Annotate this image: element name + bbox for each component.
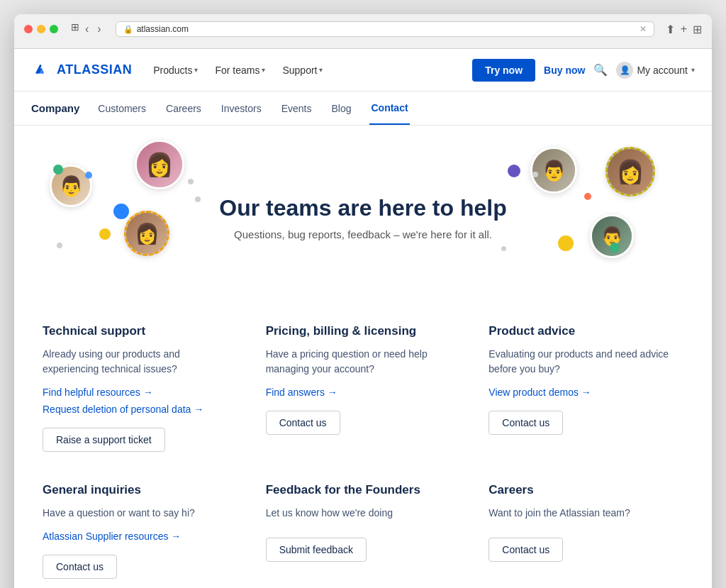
browser-window: ⊞ ‹ › 🔒 atlassian.com ✕ ⬆ + ⊞ ATLASSIAN <box>14 14 712 588</box>
feedback-founders-card: Feedback for the Founders Let us know ho… <box>266 476 461 586</box>
raise-ticket-button[interactable]: Raise a support ticket <box>43 428 165 452</box>
careers-desc: Want to join the Atlassian team? <box>488 506 683 521</box>
general-inquiries-desc: Have a question or want to say hi? <box>43 506 238 521</box>
pricing-contact-button[interactable]: Contact us <box>266 411 340 435</box>
lock-icon: 🔒 <box>123 25 133 34</box>
find-answers-link[interactable]: Find answers → <box>266 387 461 398</box>
dot-gray-5 <box>501 246 506 251</box>
product-advice-card: Product advice Evaluating our products a… <box>488 317 683 459</box>
dot-blue-1 <box>113 204 129 219</box>
avatar-6: 👨 <box>590 214 634 258</box>
dot-teal-1 <box>610 243 620 253</box>
dot-purple-1 <box>508 165 520 177</box>
try-now-button[interactable]: Try now <box>472 59 535 82</box>
minimize-button[interactable] <box>37 25 45 33</box>
atlassian-logo-icon <box>31 60 51 80</box>
feedback-founders-title: Feedback for the Founders <box>266 483 461 497</box>
careers-title: Careers <box>488 483 683 497</box>
nav-actions: Try now Buy now 🔍 👤 My account ▾ <box>472 59 695 82</box>
avatar-5: 👩 <box>605 147 655 196</box>
cards-grid: Technical support Already using our prod… <box>43 317 683 586</box>
logo-text: ATLASSIAN <box>57 62 132 77</box>
forteams-chevron-icon: ▾ <box>262 66 265 74</box>
avatar-2: 👩 <box>135 140 184 189</box>
forteams-nav-link[interactable]: For teams ▾ <box>208 59 272 82</box>
products-chevron-icon: ▾ <box>194 66 198 74</box>
general-inquiries-title: General inquiries <box>43 483 238 497</box>
account-chevron-icon: ▾ <box>691 66 695 74</box>
find-resources-link[interactable]: Find helpful resources → <box>43 387 238 398</box>
my-account-button[interactable]: 👤 My account ▾ <box>616 62 695 79</box>
dot-yellow-1 <box>99 228 111 240</box>
pricing-billing-title: Pricing, billing & licensing <box>266 324 461 338</box>
careers-card: Careers Want to join the Atlassian team?… <box>488 476 683 586</box>
avatar-3: 👩 <box>124 211 169 256</box>
product-advice-desc: Evaluating our products and need advice … <box>488 347 683 377</box>
dot-pink-1 <box>584 193 591 200</box>
customers-nav-link[interactable]: Customers <box>96 93 147 124</box>
dot-gray-4 <box>532 172 538 177</box>
support-nav-link[interactable]: Support ▾ <box>275 59 330 82</box>
feedback-founders-desc: Let us know how we're doing <box>266 506 461 521</box>
hero-subtitle: Questions, bug reports, feedback – we're… <box>219 228 506 240</box>
secondary-nav: Company Customers Careers Investors Even… <box>14 91 712 126</box>
submit-feedback-button[interactable]: Submit feedback <box>266 538 367 562</box>
dot-blue-2 <box>85 172 92 179</box>
investors-nav-link[interactable]: Investors <box>220 93 263 124</box>
deletion-link[interactable]: Request deletion of personal data → <box>43 404 238 415</box>
buy-now-button[interactable]: Buy now <box>544 65 585 76</box>
careers-nav-link[interactable]: Careers <box>164 93 203 124</box>
logo[interactable]: ATLASSIAN <box>31 60 132 80</box>
grid-icon[interactable]: ⊞ <box>693 23 702 36</box>
support-chevron-icon: ▾ <box>319 66 323 74</box>
hero-section: 👨 👩 👩 👨 👩 👨 <box>14 126 712 296</box>
hero-title: Our teams are here to help <box>219 195 506 221</box>
tab-close-icon[interactable]: ✕ <box>640 24 647 34</box>
address-bar[interactable]: 🔒 atlassian.com ✕ <box>116 21 654 37</box>
events-nav-link[interactable]: Events <box>280 93 313 124</box>
avatar-1: 👨 <box>50 165 92 207</box>
back-button[interactable]: ‹ <box>82 21 91 37</box>
supplier-resources-link[interactable]: Atlassian Supplier resources → <box>43 531 238 542</box>
technical-support-desc: Already using our products and experienc… <box>43 347 238 377</box>
dot-yellow-2 <box>558 235 574 251</box>
content-section: Technical support Already using our prod… <box>14 296 712 588</box>
product-contact-button[interactable]: Contact us <box>488 411 563 435</box>
careers-contact-button[interactable]: Contact us <box>488 538 563 562</box>
dot-gray-2 <box>195 196 201 202</box>
sidebar-icon: ⊞ <box>71 21 79 37</box>
traffic-lights <box>24 25 58 33</box>
contact-nav-link[interactable]: Contact <box>369 92 409 125</box>
close-button[interactable] <box>24 25 33 33</box>
general-contact-button[interactable]: Contact us <box>43 555 117 579</box>
pricing-billing-desc: Have a pricing question or need help man… <box>266 347 461 377</box>
forward-button[interactable]: › <box>94 21 104 37</box>
company-label: Company <box>31 102 79 114</box>
technical-support-title: Technical support <box>43 324 238 338</box>
account-icon: 👤 <box>616 62 633 79</box>
fullscreen-button[interactable] <box>50 25 58 33</box>
product-demos-link[interactable]: View product demos → <box>488 387 683 398</box>
products-nav-link[interactable]: Products ▾ <box>146 59 205 82</box>
main-nav: ATLASSIAN Products ▾ For teams ▾ Support… <box>14 49 712 91</box>
search-icon[interactable]: 🔍 <box>593 63 608 77</box>
technical-support-card: Technical support Already using our prod… <box>43 317 238 459</box>
dot-gray-3 <box>57 243 62 248</box>
browser-chrome: ⊞ ‹ › 🔒 atlassian.com ✕ ⬆ + ⊞ <box>14 14 712 49</box>
general-inquiries-card: General inquiries Have a question or wan… <box>43 476 238 586</box>
product-advice-title: Product advice <box>488 324 683 338</box>
browser-actions: ⬆ + ⊞ <box>666 23 702 36</box>
dot-teal-2 <box>53 165 63 174</box>
share-icon[interactable]: ⬆ <box>666 23 675 36</box>
blog-nav-link[interactable]: Blog <box>330 93 352 124</box>
hero-text: Our teams are here to help Questions, bu… <box>219 195 506 240</box>
url-text: atlassian.com <box>137 24 189 34</box>
dot-gray-1 <box>188 179 194 184</box>
pricing-billing-card: Pricing, billing & licensing Have a pric… <box>266 317 461 459</box>
nav-links: Products ▾ For teams ▾ Support ▾ <box>146 59 472 82</box>
avatar-4: 👨 <box>530 147 577 194</box>
new-tab-icon[interactable]: + <box>681 23 687 36</box>
